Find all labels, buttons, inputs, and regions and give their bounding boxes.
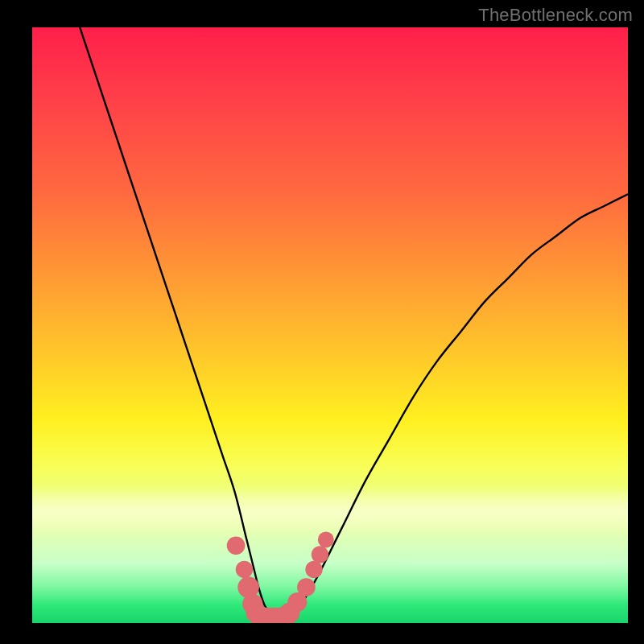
curve-layer: [32, 27, 628, 623]
bottleneck-curve: [80, 27, 628, 617]
curve-marker: [227, 536, 246, 555]
curve-marker: [297, 578, 316, 597]
chart-frame: TheBottleneck.com: [0, 0, 644, 644]
curve-marker: [305, 561, 322, 578]
curve-marker: [312, 546, 328, 563]
curve-marker: [318, 531, 334, 547]
watermark-text: TheBottleneck.com: [478, 5, 633, 26]
curve-marker: [236, 561, 253, 578]
